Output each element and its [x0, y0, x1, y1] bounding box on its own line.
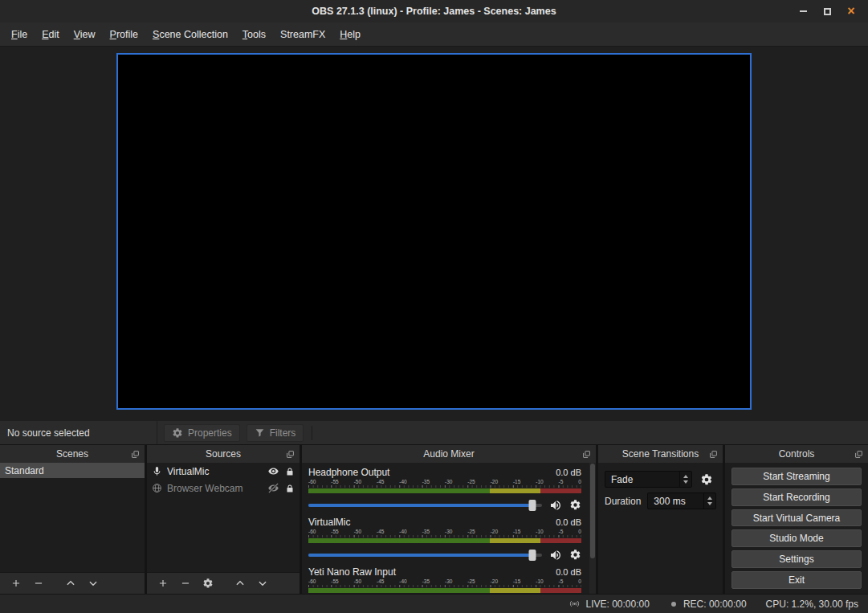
menu-help[interactable]: Help	[332, 25, 368, 44]
start-streaming-button[interactable]: Start Streaming	[731, 468, 862, 485]
db-scale-label: -20	[491, 479, 498, 485]
controls-body: Start Streaming Start Recording Start Vi…	[725, 463, 868, 594]
db-scale-label: -15	[513, 479, 520, 485]
close-button[interactable]: ×	[839, 0, 863, 22]
remove-source-button[interactable]	[176, 574, 194, 592]
spin-down-icon	[707, 502, 712, 505]
gear-icon	[700, 473, 713, 486]
volume-slider-fill	[308, 554, 532, 557]
add-scene-button[interactable]	[6, 574, 25, 592]
db-scale-label: 0	[578, 578, 581, 585]
scenes-header[interactable]: Scenes	[0, 445, 145, 463]
menu-file[interactable]: File	[4, 25, 35, 44]
speaker-icon[interactable]	[549, 549, 562, 562]
preview-canvas[interactable]	[116, 53, 752, 410]
audio-mixer-header[interactable]: Audio Mixer	[302, 445, 596, 463]
filters-button[interactable]: Filters	[247, 424, 304, 442]
scene-item[interactable]: Standard	[0, 463, 145, 478]
exit-button[interactable]: Exit	[731, 571, 862, 589]
lock-icon[interactable]	[285, 484, 295, 493]
sources-header[interactable]: Sources	[147, 445, 300, 463]
scene-down-button[interactable]	[84, 574, 102, 592]
transition-selected-value: Fade	[611, 474, 633, 485]
settings-button[interactable]: Settings	[731, 550, 862, 568]
transition-properties-button[interactable]	[697, 471, 716, 488]
start-virtual-camera-button[interactable]: Start Virtual Camera	[731, 509, 862, 527]
speaker-icon[interactable]	[549, 499, 562, 512]
lock-icon[interactable]	[285, 467, 295, 476]
controls-header[interactable]: Controls	[725, 445, 868, 463]
visibility-off-icon[interactable]	[267, 482, 279, 494]
controls-popout-button[interactable]	[852, 447, 865, 460]
db-scale-label: -60	[308, 578, 316, 585]
menu-profile[interactable]: Profile	[103, 25, 145, 44]
db-scale-label: -10	[536, 529, 543, 535]
combo-spinner[interactable]	[679, 472, 691, 487]
source-up-button[interactable]	[230, 574, 249, 592]
maximize-button[interactable]	[815, 0, 839, 22]
mixer-channel: Yeti Nano Raw Input 0.0 dB -60-55-50-45-…	[308, 566, 581, 593]
gear-icon[interactable]	[569, 549, 581, 561]
scene-transitions-header[interactable]: Scene Transitions	[598, 445, 723, 463]
minimize-button[interactable]	[791, 0, 815, 22]
mixer-scrollbar[interactable]	[589, 463, 596, 594]
mixer-channel-head: Yeti Nano Raw Input 0.0 dB	[308, 566, 581, 578]
volume-slider[interactable]	[308, 554, 542, 557]
db-scale-label: -5	[559, 529, 564, 535]
duration-input[interactable]: 300 ms	[647, 492, 716, 509]
menu-tools[interactable]: Tools	[235, 25, 273, 44]
volume-slider-handle[interactable]	[529, 550, 536, 561]
popout-icon	[582, 450, 591, 459]
gear-icon[interactable]	[569, 499, 581, 511]
plus-icon	[10, 578, 22, 589]
live-status-item: LIVE: 00:00:00	[568, 598, 649, 610]
studio-mode-button[interactable]: Studio Mode	[731, 529, 862, 547]
chevron-up-icon	[234, 578, 246, 589]
sources-title: Sources	[206, 448, 241, 460]
source-item[interactable]: VirtualMic	[147, 463, 300, 480]
source-down-button[interactable]	[253, 574, 271, 592]
db-scale-label: -10	[536, 479, 543, 485]
transition-select[interactable]: Fade	[605, 471, 692, 488]
source-toolbar: No source selected Properties Filters	[0, 421, 868, 445]
dock-area: Scenes Standard Sources VirtualMic	[0, 445, 868, 594]
add-source-button[interactable]	[153, 574, 172, 592]
source-item[interactable]: Browser Webcam	[147, 480, 300, 497]
scenes-panel: Scenes Standard	[0, 445, 145, 594]
sources-panel: Sources VirtualMic Browser Webcam	[147, 445, 300, 594]
titlebar[interactable]: OBS 27.1.3 (linux) - Profile: James - Sc…	[0, 0, 868, 22]
menu-scene-collection[interactable]: Scene Collection	[145, 25, 235, 44]
duration-spinner[interactable]	[703, 493, 715, 509]
visibility-icon[interactable]	[267, 465, 279, 477]
transitions-popout-button[interactable]	[707, 447, 719, 460]
mixer-channel: VirtualMic 0.0 dB -60-55-50-45-40-35-30-…	[308, 517, 581, 561]
scenes-popout-button[interactable]	[128, 447, 141, 460]
db-scale-label: -15	[513, 578, 520, 585]
db-scale-label: -50	[354, 578, 361, 585]
menu-streamfx[interactable]: StreamFX	[273, 25, 332, 44]
obs-window: { "window": { "title": "OBS 27.1.3 (linu…	[0, 0, 868, 613]
source-properties-button[interactable]	[198, 574, 217, 592]
spin-up-icon	[707, 497, 712, 500]
db-scale-label: -35	[422, 578, 430, 585]
scene-up-button[interactable]	[61, 574, 79, 592]
db-scale-label: -25	[467, 578, 475, 585]
properties-button[interactable]: Properties	[164, 424, 240, 442]
menu-view[interactable]: View	[67, 25, 103, 44]
db-tick-marks	[308, 485, 581, 488]
mixer-popout-button[interactable]	[580, 447, 593, 460]
sources-popout-button[interactable]	[283, 447, 296, 460]
globe-icon	[152, 483, 162, 493]
remove-scene-button[interactable]	[29, 574, 47, 592]
db-scale-label: -50	[354, 479, 361, 485]
db-scale-label: -60	[308, 479, 316, 485]
cpu-fps-status: CPU: 1.2%, 30.00 fps	[766, 599, 858, 610]
rec-status: REC: 00:00:00	[683, 599, 747, 610]
volume-slider[interactable]	[308, 504, 542, 507]
plus-icon	[157, 578, 169, 589]
menu-edit[interactable]: Edit	[35, 25, 67, 44]
volume-slider-handle[interactable]	[529, 500, 536, 511]
start-recording-button[interactable]: Start Recording	[731, 488, 862, 506]
mixer-scrollbar-handle[interactable]	[590, 464, 595, 558]
controls-panel: Controls Start Streaming Start Recording…	[725, 445, 868, 594]
